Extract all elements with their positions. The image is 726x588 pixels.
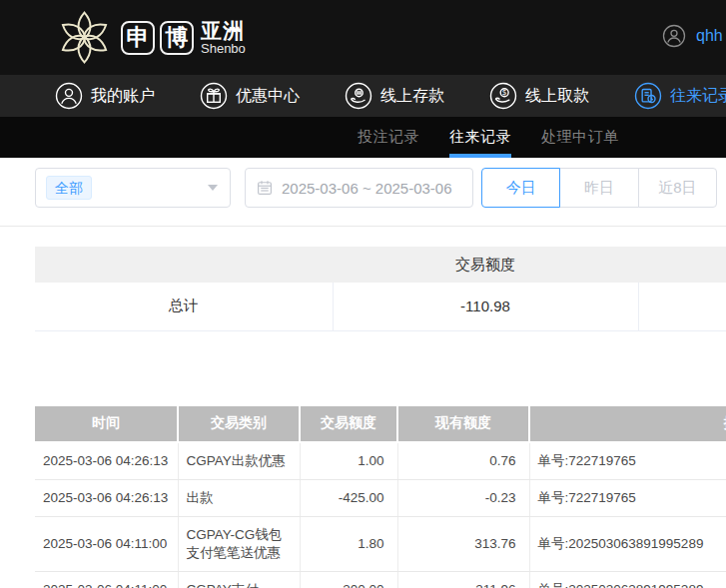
- gift-icon: [200, 82, 228, 110]
- summary-table: 交易额度 总计 -110.98: [35, 247, 726, 331]
- logo-char-shen: 申: [121, 21, 155, 55]
- summary-header-empty: [638, 247, 726, 283]
- quick-range-buttons: 今日 昨日 近8日: [481, 168, 717, 208]
- yesterday-button[interactable]: 昨日: [559, 168, 638, 208]
- cell-balance: 0.76: [397, 442, 529, 480]
- cell-time: 2025-03-06 04:11:00: [35, 571, 178, 588]
- summary-total-label: 总计: [35, 283, 333, 330]
- category-select[interactable]: 全部: [35, 168, 231, 208]
- records-table: 时间 交易类别 交易额度 现有额度 摘要 2025-03-06 04:26:13…: [35, 406, 726, 588]
- cell-type: 出款: [178, 479, 300, 516]
- records-body: 2025-03-06 04:26:13 CGPAY出款优惠 1.00 0.76 …: [35, 442, 726, 588]
- logo-subtitle-text: Shenbo: [201, 42, 246, 56]
- date-range-picker[interactable]: 2025-03-06 ~ 2025-03-06: [245, 168, 473, 208]
- username-text[interactable]: qhh: [696, 27, 723, 45]
- nav-item-my-account[interactable]: 我的账户: [55, 82, 155, 110]
- cell-amount: 1.80: [300, 516, 397, 571]
- flower-logo-icon: [56, 9, 113, 66]
- tab-transaction-records[interactable]: 往来记录: [449, 117, 511, 158]
- section-divider: [0, 226, 726, 227]
- logo-wordmark: 亚洲 Shenbo: [201, 20, 246, 56]
- summary-total-row: 总计 -110.98: [35, 283, 726, 330]
- col-amount: 交易额度: [300, 406, 397, 442]
- nav-label: 线上存款: [380, 86, 444, 107]
- cell-amount: 1.00: [300, 442, 397, 480]
- summary-header-row: 交易额度: [35, 247, 726, 283]
- summary-total-amount: -110.98: [333, 283, 638, 330]
- nav-item-deposit[interactable]: 线上存款: [345, 82, 444, 110]
- brand-logo[interactable]: 申 博 亚洲 Shenbo: [56, 9, 246, 66]
- calendar-icon: [256, 179, 274, 197]
- cell-summary: 单号:722719765: [529, 442, 726, 480]
- date-range-value: 2025-03-06 ~ 2025-03-06: [282, 180, 452, 197]
- cell-time: 2025-03-06 04:26:13: [35, 442, 178, 480]
- top-header: 申 博 亚洲 Shenbo qhh: [0, 0, 726, 75]
- cell-summary: 单号:202503063891995289: [529, 516, 726, 571]
- nav-label: 往来记录: [670, 86, 726, 107]
- col-time: 时间: [35, 406, 178, 442]
- last-8-days-button[interactable]: 近8日: [638, 168, 717, 208]
- cell-summary: 单号:722719765: [529, 479, 726, 516]
- cell-time: 2025-03-06 04:11:00: [35, 516, 178, 571]
- withdraw-icon: $: [489, 82, 517, 110]
- cell-type: CGPAY-CG钱包支付笔笔送优惠: [178, 516, 300, 571]
- table-row: 2025-03-06 04:26:13 出款 -425.00 -0.23 单号:…: [35, 479, 726, 516]
- cell-balance: 311.96: [397, 571, 529, 588]
- cell-balance: -0.23: [397, 479, 529, 516]
- logo-char-bo: 博: [160, 21, 194, 55]
- records-header-row: 时间 交易类别 交易额度 现有额度 摘要: [35, 406, 726, 442]
- chevron-down-icon: [208, 185, 218, 191]
- cell-summary: 单号:202503063891995289: [529, 571, 726, 588]
- tab-betting-records[interactable]: 投注记录: [358, 117, 419, 158]
- cell-time: 2025-03-06 04:26:13: [35, 479, 178, 516]
- summary-empty-cell: [638, 283, 726, 330]
- svg-text:$: $: [502, 88, 507, 97]
- deposit-icon: [345, 82, 372, 110]
- table-row: 2025-03-06 04:11:00 CGPAY支付 300.00 311.9…: [35, 571, 726, 588]
- nav-label: 优惠中心: [236, 86, 300, 107]
- person-icon: [55, 82, 83, 110]
- tab-processing-orders[interactable]: 处理中订单: [541, 117, 619, 158]
- table-row: 2025-03-06 04:11:00 CGPAY-CG钱包支付笔笔送优惠 1.…: [35, 516, 726, 571]
- today-button[interactable]: 今日: [481, 168, 560, 208]
- sub-nav: 投注记录 往来记录 处理中订单: [0, 117, 726, 158]
- nav-label: 线上取款: [525, 86, 589, 107]
- nav-item-records[interactable]: 往来记录: [634, 82, 726, 110]
- summary-header-amount: 交易额度: [333, 247, 638, 283]
- cell-amount: -425.00: [300, 479, 397, 516]
- cell-type: CGPAY出款优惠: [178, 442, 300, 480]
- col-summary: 摘要: [529, 406, 726, 442]
- selected-category-tag[interactable]: 全部: [46, 176, 92, 200]
- user-avatar-icon: [662, 24, 686, 48]
- user-account[interactable]: qhh: [662, 24, 723, 48]
- nav-label: 我的账户: [91, 86, 155, 107]
- logo-region-text: 亚洲: [201, 20, 246, 42]
- cell-type: CGPAY支付: [178, 571, 300, 588]
- col-type: 交易类别: [178, 406, 300, 442]
- summary-header-empty: [35, 247, 333, 283]
- nav-item-withdraw[interactable]: $ 线上取款: [489, 82, 589, 110]
- nav-item-promotions[interactable]: 优惠中心: [200, 82, 300, 110]
- content-area: 全部 2025-03-06 ~ 2025-03-06 今日: [0, 168, 726, 588]
- records-icon: [634, 82, 662, 110]
- table-row: 2025-03-06 04:26:13 CGPAY出款优惠 1.00 0.76 …: [35, 442, 726, 480]
- main-nav: 我的账户 优惠中心: [0, 75, 726, 117]
- cell-amount: 300.00: [300, 571, 397, 588]
- filter-bar: 全部 2025-03-06 ~ 2025-03-06 今日: [35, 168, 726, 208]
- transaction-records-page: 申 博 亚洲 Shenbo qhh: [0, 0, 726, 588]
- cell-balance: 313.76: [397, 516, 529, 571]
- col-balance: 现有额度: [397, 406, 529, 442]
